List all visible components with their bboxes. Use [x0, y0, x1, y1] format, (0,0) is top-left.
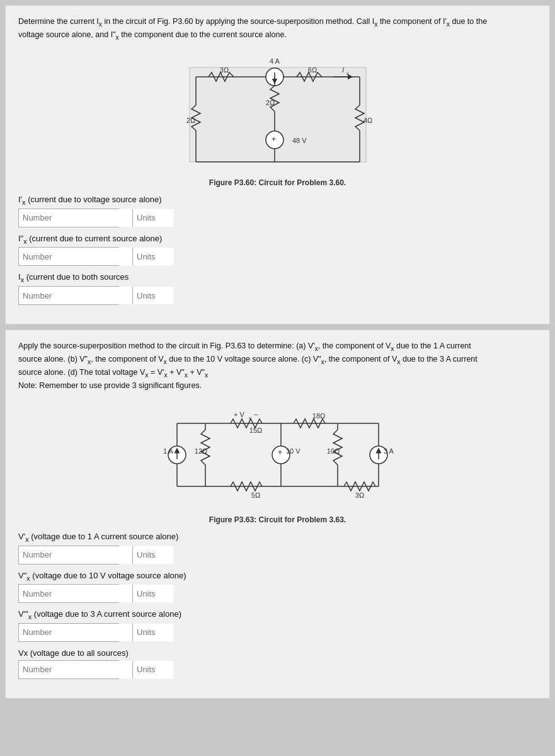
svg-text:48 V: 48 V: [292, 137, 307, 144]
answer-vtprime: V"'x (voltage due to 3 A current source …: [18, 609, 537, 642]
vprime-number-input[interactable]: [19, 546, 133, 564]
svg-text:3 A: 3 A: [384, 447, 394, 455]
vdprime-number-input[interactable]: [19, 585, 133, 602]
vtprime-number-input[interactable]: [19, 624, 133, 641]
vtotal-label: Vx (voltage due to all sources): [18, 648, 537, 658]
figure-p363-caption: Figure P3.63: Circuit for Problem 3.63.: [18, 515, 537, 524]
svg-text:10 V: 10 V: [286, 447, 300, 455]
prime-number-input[interactable]: [19, 209, 133, 227]
circuit-p363: + V x − 1 A 12Ω 15Ω 18Ω: [18, 398, 537, 512]
dprime-number-input[interactable]: [19, 248, 133, 265]
vtotal-number-input[interactable]: [19, 661, 133, 679]
vtprime-label: V"'x (voltage due to 3 A current source …: [18, 609, 537, 621]
dprime-label: I"x (current due to current source alone…: [18, 234, 537, 245]
svg-text:I: I: [342, 66, 344, 74]
figure-p360-caption: Figure P3.60: Circuit for Problem 3.60.: [18, 178, 537, 187]
dprime-input-row: [18, 247, 119, 266]
problem2-description: Apply the source-superposition method to…: [18, 340, 537, 392]
svg-text:15Ω: 15Ω: [249, 427, 261, 434]
svg-text:5Ω: 5Ω: [251, 491, 260, 499]
problem1-card: Determine the current Ix in the circuit …: [5, 5, 550, 324]
circuit-svg-p363: + V x − 1 A 12Ω 15Ω 18Ω: [158, 398, 398, 512]
vdprime-input-row: [18, 584, 119, 603]
answer-dprime: I"x (current due to current source alone…: [18, 234, 537, 266]
vtotal-units-input[interactable]: [133, 661, 174, 679]
answer-total: Ix (current due to both sources: [18, 272, 537, 305]
svg-text:3Ω: 3Ω: [219, 66, 228, 74]
answer-vprime: V'x (voltage due to 1 A current source a…: [18, 532, 537, 564]
vdprime-label: V"x (voltage due to 10 V voltage source …: [18, 571, 537, 582]
problem2-card: Apply the source-superposition method to…: [5, 329, 550, 699]
circuit-svg-p360: 4 A 3Ω 6Ω I x 2Ω: [177, 49, 379, 175]
svg-text:x: x: [346, 71, 349, 76]
vtprime-input-row: [18, 623, 119, 642]
svg-text:4 A: 4 A: [270, 57, 280, 65]
vtotal-input-row: [18, 660, 119, 679]
prime-label: I'x (current due to voltage source alone…: [18, 195, 537, 206]
vprime-units-input[interactable]: [133, 546, 174, 564]
svg-text:6Ω: 6Ω: [307, 66, 316, 74]
svg-text:4Ω: 4Ω: [363, 117, 372, 124]
total-number-input[interactable]: [19, 287, 133, 304]
answer-prime: I'x (current due to voltage source alone…: [18, 195, 537, 227]
total-units-input[interactable]: [133, 287, 174, 304]
answer-vdprime: V"x (voltage due to 10 V voltage source …: [18, 571, 537, 604]
vprime-label: V'x (voltage due to 1 A current source a…: [18, 532, 537, 543]
svg-text:−: −: [254, 411, 258, 418]
vtprime-units-input[interactable]: [133, 624, 174, 641]
svg-text:+: +: [272, 135, 276, 144]
vdprime-units-input[interactable]: [133, 585, 174, 602]
total-label: Ix (current due to both sources: [18, 272, 537, 284]
svg-text:18Ω: 18Ω: [312, 412, 324, 420]
dprime-units-input[interactable]: [133, 248, 174, 265]
svg-text:3Ω: 3Ω: [355, 491, 363, 499]
problem1-description: Determine the current Ix in the circuit …: [18, 16, 537, 42]
page: Determine the current Ix in the circuit …: [0, 0, 555, 704]
svg-text:+: +: [278, 448, 282, 457]
vprime-input-row: [18, 546, 119, 564]
prime-units-input[interactable]: [133, 209, 174, 227]
prime-input-row: [18, 209, 119, 227]
svg-text:+ V: + V: [234, 411, 244, 418]
answer-vtotal: Vx (voltage due to all sources): [18, 648, 537, 679]
circuit-p360: 4 A 3Ω 6Ω I x 2Ω: [18, 49, 537, 175]
svg-text:1 A: 1 A: [163, 447, 174, 455]
total-input-row: [18, 286, 119, 305]
